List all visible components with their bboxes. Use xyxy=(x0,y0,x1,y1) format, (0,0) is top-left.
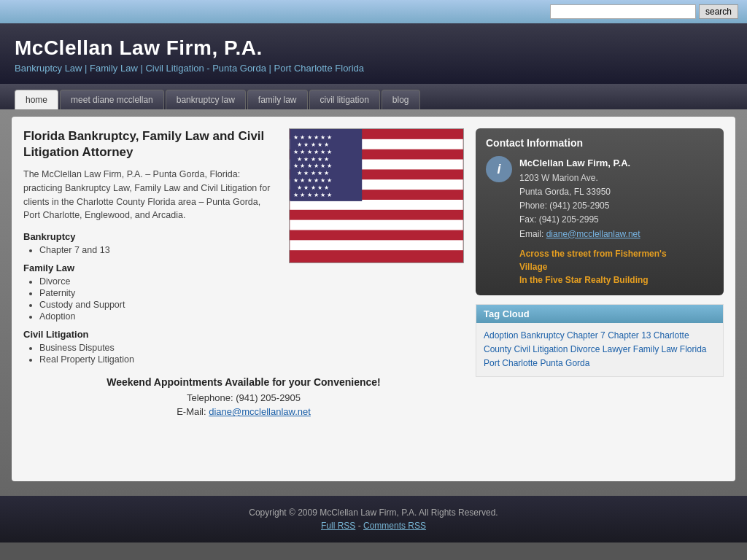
email-notice: E-Mail: diane@mcclellanlaw.net xyxy=(23,406,464,417)
landmark3: In the Five Star Realty Building xyxy=(519,275,649,285)
tag-chapter-13[interactable]: Chapter 13 xyxy=(608,330,651,341)
comments-rss-link[interactable]: Comments RSS xyxy=(363,521,426,531)
info-icon: i xyxy=(486,156,512,182)
tag-family-law[interactable]: Family Law xyxy=(633,344,678,354)
email-link[interactable]: diane@mcclellanlaw.net xyxy=(209,406,311,417)
tag-adoption[interactable]: Adoption xyxy=(484,330,518,341)
svg-text:★ ★ ★ ★ ★ ★: ★ ★ ★ ★ ★ ★ xyxy=(293,134,332,141)
svg-rect-4 xyxy=(290,200,462,210)
tag-lawyer[interactable]: Lawyer xyxy=(603,344,631,354)
tag-cloud-box: Tag Cloud Adoption Bankruptcy Chapter 7 … xyxy=(476,304,724,378)
tag-port-charlotte[interactable]: Port Charlotte xyxy=(484,358,538,368)
footer-separator: - xyxy=(358,521,363,531)
email-label: E-Mail: xyxy=(177,406,206,417)
svg-text:★ ★ ★ ★ ★ ★: ★ ★ ★ ★ ★ ★ xyxy=(293,149,332,155)
contact-content: i McClellan Law Firm, P.A. 1203 W Marion… xyxy=(486,156,713,287)
svg-text:★ ★ ★ ★ ★ ★: ★ ★ ★ ★ ★ ★ xyxy=(293,177,332,184)
tag-chapter-7[interactable]: Chapter 7 xyxy=(567,330,605,341)
footer: Copyright © 2009 McClellan Law Firm, P.A… xyxy=(0,496,747,542)
nav-tab-civil-litigation[interactable]: civil litigation xyxy=(309,90,380,109)
header: McClellan Law Firm, P.A. Bankruptcy Law … xyxy=(0,23,747,84)
tag-divorce[interactable]: Divorce xyxy=(570,344,600,354)
landmark2: Village xyxy=(519,262,547,272)
svg-text:★ ★ ★ ★ ★: ★ ★ ★ ★ ★ xyxy=(297,184,329,191)
nav-tab-blog[interactable]: blog xyxy=(382,90,420,109)
svg-text:★ ★ ★ ★ ★: ★ ★ ★ ★ ★ xyxy=(297,170,329,176)
svg-text:★ ★ ★ ★ ★: ★ ★ ★ ★ ★ xyxy=(297,141,329,148)
contact-box: Contact Information i McClellan Law Firm… xyxy=(476,128,724,295)
flag-image: ★ ★ ★ ★ ★ ★ ★ ★ ★ ★ ★ ★ ★ ★ ★ ★ ★ ★ ★ ★ … xyxy=(289,128,464,263)
family-law-list: Divorce Paternity Custody and Support Ad… xyxy=(39,276,464,322)
phone-notice: Telephone: (941) 205-2905 xyxy=(23,392,464,403)
tag-civil-litigation[interactable]: Civil Litigation xyxy=(514,344,568,354)
sidebar: Contact Information i McClellan Law Firm… xyxy=(476,128,724,470)
site-title: McClellan Law Firm, P.A. xyxy=(15,36,732,60)
svg-text:★ ★ ★ ★ ★ ★: ★ ★ ★ ★ ★ ★ xyxy=(293,163,332,169)
contact-box-title: Contact Information xyxy=(486,137,713,149)
content-wrapper: ★ ★ ★ ★ ★ ★ ★ ★ ★ ★ ★ ★ ★ ★ ★ ★ ★ ★ ★ ★ … xyxy=(0,109,747,496)
tag-bankruptcy[interactable]: Bankruptcy xyxy=(521,330,565,341)
nav-tab-home[interactable]: home xyxy=(15,90,58,109)
family-law-section: Family Law Divorce Paternity Custody and… xyxy=(23,262,464,322)
footer-copyright: Copyright © 2009 McClellan Law Firm, P.A… xyxy=(12,508,735,518)
top-bar: search xyxy=(0,0,747,23)
tag-punta-gorda[interactable]: Punta Gorda xyxy=(540,358,589,368)
civil-litigation-list: Business Disputes Real Property Litigati… xyxy=(39,343,464,365)
list-item: Business Disputes xyxy=(39,343,464,353)
search-input[interactable] xyxy=(550,4,696,19)
site-subtitle: Bankruptcy Law | Family Law | Civil Liti… xyxy=(15,63,732,74)
list-item: Real Property Litigation xyxy=(39,354,464,365)
tag-cloud-title: Tag Cloud xyxy=(476,305,723,323)
fax: Fax: (941) 205-2995 xyxy=(519,214,599,225)
address1: 1203 W Marion Ave. xyxy=(519,173,598,183)
nav-tab-meet-diane-mcclellan[interactable]: meet diane mcclellan xyxy=(60,90,164,109)
nav-tab-family-law[interactable]: family law xyxy=(247,90,308,109)
civil-litigation-heading: Civil Litigation xyxy=(23,329,464,340)
email-label-contact: Email: xyxy=(519,229,543,239)
phone: Phone: (941) 205-2905 xyxy=(519,201,609,211)
civil-litigation-section: Civil Litigation Business Disputes Real … xyxy=(23,329,464,365)
tag-florida[interactable]: Florida xyxy=(680,344,707,354)
contact-details: McClellan Law Firm, P.A. 1203 W Marion A… xyxy=(519,156,667,287)
svg-text:★ ★ ★ ★ ★: ★ ★ ★ ★ ★ xyxy=(297,156,329,163)
landmark1: Across the street from Fishermen's xyxy=(519,249,667,259)
svg-text:★ ★ ★ ★ ★ ★: ★ ★ ★ ★ ★ ★ xyxy=(293,192,332,198)
rss-link[interactable]: Full RSS xyxy=(321,521,355,531)
search-button[interactable]: search xyxy=(699,4,738,19)
svg-rect-5 xyxy=(290,220,462,230)
content-inner: ★ ★ ★ ★ ★ ★ ★ ★ ★ ★ ★ ★ ★ ★ ★ ★ ★ ★ ★ ★ … xyxy=(12,117,735,481)
list-item: Paternity xyxy=(39,288,464,298)
contact-email-link[interactable]: diane@mcclellanlaw.net xyxy=(546,229,640,239)
footer-links: Full RSS - Comments RSS xyxy=(12,521,735,531)
main-content: ★ ★ ★ ★ ★ ★ ★ ★ ★ ★ ★ ★ ★ ★ ★ ★ ★ ★ ★ ★ … xyxy=(23,128,464,470)
nav: homemeet diane mcclellanbankruptcy lawfa… xyxy=(0,84,747,109)
tag-cloud-content: Adoption Bankruptcy Chapter 7 Chapter 13… xyxy=(476,323,723,377)
search-form: search xyxy=(550,4,738,19)
landmark-text: Across the street from Fishermen's Villa… xyxy=(519,247,667,287)
list-item: Divorce xyxy=(39,276,464,287)
weekend-notice: Weekend Appointments Available for your … xyxy=(23,376,464,388)
svg-rect-6 xyxy=(290,240,462,250)
list-item: Adoption xyxy=(39,311,464,322)
address2: Punta Gorda, FL 33950 xyxy=(519,187,611,197)
list-item: Custody and Support xyxy=(39,300,464,310)
family-law-heading: Family Law xyxy=(23,262,464,273)
nav-tab-bankruptcy-law[interactable]: bankruptcy law xyxy=(166,90,246,109)
firm-name: McClellan Law Firm, P.A. xyxy=(519,158,630,168)
